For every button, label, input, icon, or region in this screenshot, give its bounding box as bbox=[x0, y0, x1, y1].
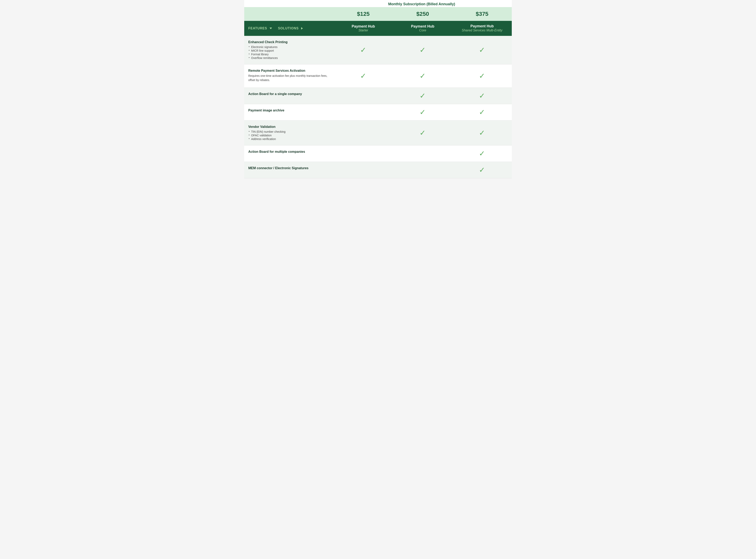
list-item: Address verification bbox=[248, 137, 330, 141]
checkmark-icon: ✓ bbox=[420, 46, 426, 54]
plan-header-starter: Payment Hub Starter bbox=[334, 21, 393, 36]
feature-row-enhanced-check-printing: Enhanced Check PrintingElectronic signat… bbox=[244, 36, 512, 64]
feature-title-action-board-multiple: Action Board for multiple companies bbox=[248, 150, 330, 154]
plan-header-core: Payment Hub Core bbox=[393, 21, 452, 36]
check-cell-action-board-multiple-2: ✓ bbox=[452, 146, 512, 162]
check-cell-remote-payment-services-2: ✓ bbox=[452, 64, 512, 88]
feature-row-vendor-validation: Vendor ValidationTIN (EIN) number checki… bbox=[244, 120, 512, 146]
check-cell-action-board-single-2: ✓ bbox=[452, 88, 512, 104]
checkmark-icon: ✓ bbox=[479, 109, 485, 116]
feature-desc-remote-payment-services: Remote Payment Services ActivationRequir… bbox=[244, 64, 334, 88]
feature-desc-vendor-validation: Vendor ValidationTIN (EIN) number checki… bbox=[244, 120, 334, 145]
plan-subtitle-starter: Starter bbox=[358, 28, 368, 32]
check-cell-vendor-validation-2: ✓ bbox=[452, 120, 512, 145]
feature-desc-enhanced-check-printing: Enhanced Check PrintingElectronic signat… bbox=[244, 36, 334, 64]
features-chevron-icon bbox=[270, 27, 272, 29]
feature-bullets-enhanced-check-printing: Electronic signaturesMICR line supportFo… bbox=[248, 45, 330, 60]
solutions-chevron-icon bbox=[301, 27, 303, 29]
checkmark-icon: ✓ bbox=[479, 150, 485, 157]
price-core: $250 bbox=[393, 7, 452, 21]
checkmark-icon: ✓ bbox=[479, 92, 485, 99]
check-cell-action-board-multiple-1 bbox=[393, 146, 452, 162]
plan-name-core: Payment Hub bbox=[411, 24, 435, 28]
plan-header-multi: Payment Hub Shared Services Multi-Entity bbox=[452, 21, 512, 36]
checkmark-icon: ✓ bbox=[479, 46, 485, 54]
feature-row-mem-connector: MEM connector / Electronic Signatures✓ bbox=[244, 162, 512, 178]
feature-row-action-board-multiple: Action Board for multiple companies✓ bbox=[244, 146, 512, 162]
check-cell-action-board-single-0 bbox=[334, 88, 393, 104]
feature-bullets-vendor-validation: TIN (EIN) number checkingOFAC validation… bbox=[248, 130, 330, 141]
check-cell-action-board-multiple-0 bbox=[334, 146, 393, 162]
checkmark-icon: ✓ bbox=[479, 166, 485, 174]
checkmark-icon: ✓ bbox=[479, 72, 485, 80]
feature-title-enhanced-check-printing: Enhanced Check Printing bbox=[248, 40, 330, 44]
list-item: Overflow remittances bbox=[248, 56, 330, 60]
checkmark-icon: ✓ bbox=[420, 109, 426, 116]
feature-desc-action-board-multiple: Action Board for multiple companies bbox=[244, 146, 334, 162]
check-cell-mem-connector-1 bbox=[393, 162, 452, 178]
checkmark-icon: ✓ bbox=[479, 129, 485, 137]
check-cell-enhanced-check-printing-0: ✓ bbox=[334, 36, 393, 64]
price-multi: $375 bbox=[452, 7, 512, 21]
feature-title-remote-payment-services: Remote Payment Services Activation bbox=[248, 69, 330, 72]
features-label: FEATURES bbox=[248, 26, 267, 30]
checkmark-icon: ✓ bbox=[360, 72, 366, 80]
check-cell-remote-payment-services-0: ✓ bbox=[334, 64, 393, 88]
feature-subtitle-remote-payment-services: Requires one-time activation fee plus mo… bbox=[248, 74, 330, 82]
features-solutions-header: FEATURES SOLUTIONS bbox=[244, 21, 334, 36]
solutions-label: SOLUTIONS bbox=[278, 26, 298, 30]
check-cell-mem-connector-0 bbox=[334, 162, 393, 178]
check-cell-vendor-validation-0 bbox=[334, 120, 393, 145]
list-item: OFAC validation bbox=[248, 134, 330, 137]
check-cell-payment-image-archive-1: ✓ bbox=[393, 104, 452, 120]
feature-row-payment-image-archive: Payment image archive✓✓ bbox=[244, 104, 512, 120]
list-item: Format library bbox=[248, 52, 330, 56]
feature-row-remote-payment-services: Remote Payment Services ActivationRequir… bbox=[244, 64, 512, 88]
checkmark-icon: ✓ bbox=[420, 72, 426, 80]
feature-title-vendor-validation: Vendor Validation bbox=[248, 125, 330, 129]
feature-title-action-board-single: Action Board for a single company bbox=[248, 92, 330, 96]
checkmark-icon: ✓ bbox=[360, 46, 366, 54]
check-cell-mem-connector-2: ✓ bbox=[452, 162, 512, 178]
list-item: TIN (EIN) number checking bbox=[248, 130, 330, 134]
pricing-table: Monthly Subscription (Billed Annually) $… bbox=[244, 0, 512, 178]
plan-name-multi: Payment Hub bbox=[470, 24, 494, 28]
price-starter: $125 bbox=[334, 7, 393, 21]
checkmark-icon: ✓ bbox=[420, 92, 426, 99]
check-cell-payment-image-archive-2: ✓ bbox=[452, 104, 512, 120]
check-cell-vendor-validation-1: ✓ bbox=[393, 120, 452, 145]
check-cell-enhanced-check-printing-1: ✓ bbox=[393, 36, 452, 64]
feature-rows: Enhanced Check PrintingElectronic signat… bbox=[244, 36, 512, 178]
feature-title-mem-connector: MEM connector / Electronic Signatures bbox=[248, 166, 330, 170]
feature-row-action-board-single: Action Board for a single company✓✓ bbox=[244, 88, 512, 104]
billing-header-row: Monthly Subscription (Billed Annually) bbox=[244, 0, 512, 7]
feature-desc-payment-image-archive: Payment image archive bbox=[244, 104, 334, 120]
check-cell-payment-image-archive-0 bbox=[334, 104, 393, 120]
price-row: $125 $250 $375 bbox=[244, 7, 512, 21]
list-item: MICR line support bbox=[248, 49, 330, 52]
list-item: Electronic signatures bbox=[248, 45, 330, 49]
check-cell-enhanced-check-printing-2: ✓ bbox=[452, 36, 512, 64]
billing-label: Monthly Subscription (Billed Annually) bbox=[334, 2, 512, 6]
check-cell-action-board-single-1: ✓ bbox=[393, 88, 452, 104]
plan-subtitle-core: Core bbox=[419, 28, 426, 32]
feature-desc-action-board-single: Action Board for a single company bbox=[244, 88, 334, 104]
column-header-row: FEATURES SOLUTIONS Payment Hub Starter P… bbox=[244, 21, 512, 36]
checkmark-icon: ✓ bbox=[420, 129, 426, 137]
check-cell-remote-payment-services-1: ✓ bbox=[393, 64, 452, 88]
feature-desc-mem-connector: MEM connector / Electronic Signatures bbox=[244, 162, 334, 178]
plan-subtitle-multi: Shared Services Multi-Entity bbox=[462, 28, 503, 32]
feature-title-payment-image-archive: Payment image archive bbox=[248, 109, 330, 112]
plan-name-starter: Payment Hub bbox=[352, 24, 375, 28]
